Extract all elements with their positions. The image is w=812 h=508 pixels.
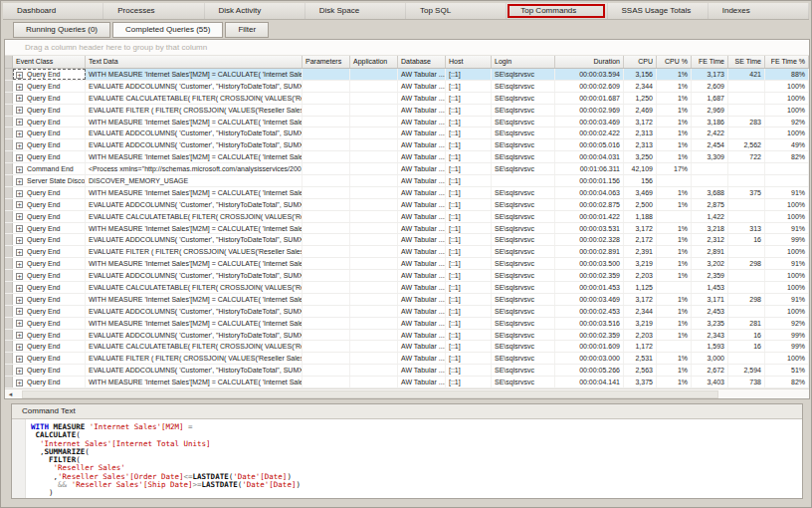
- duration-cell[interactable]: 00:01:06.311: [555, 163, 624, 174]
- cpu-cell[interactable]: 1%: [657, 330, 692, 341]
- parameters-cell[interactable]: [303, 69, 350, 80]
- subtab-filter[interactable]: Filter: [225, 22, 269, 38]
- fe-time-cell[interactable]: 2,891: [692, 246, 728, 257]
- application-cell[interactable]: [350, 318, 398, 329]
- application-cell[interactable]: [350, 377, 398, 387]
- table-row[interactable]: +Query EndEVALUATE ADDCOLUMNS( 'Customer…: [5, 127, 809, 139]
- se-time-cell[interactable]: [728, 175, 765, 186]
- fe-time-cell[interactable]: 2,672: [692, 365, 728, 376]
- application-cell[interactable]: [350, 353, 398, 364]
- cpu-cell[interactable]: 1%: [657, 139, 692, 150]
- cpu-cell[interactable]: 2,500: [624, 199, 657, 210]
- fe-time-cell[interactable]: 100%: [765, 93, 809, 104]
- table-row[interactable]: +Query EndEVALUATE ADDCOLUMNS( 'Customer…: [5, 81, 809, 93]
- table-row[interactable]: +Query EndWITH MEASURE 'Internet Sales'[…: [5, 69, 809, 81]
- cpu-cell[interactable]: [657, 282, 692, 293]
- se-time-cell[interactable]: 421: [728, 69, 765, 80]
- parameters-cell[interactable]: [303, 105, 350, 116]
- fe-time-cell[interactable]: 100%: [765, 282, 809, 293]
- text-data-cell[interactable]: WITH MEASURE 'Internet Sales'[M2M] = CAL…: [86, 377, 303, 387]
- host-cell[interactable]: [::1]: [446, 105, 492, 116]
- application-cell[interactable]: [350, 282, 398, 293]
- cpu-cell[interactable]: 1%: [657, 294, 692, 305]
- duration-cell[interactable]: 00:00:02.891: [555, 246, 624, 257]
- expand-icon[interactable]: +: [16, 213, 23, 220]
- se-time-cell[interactable]: [728, 282, 765, 293]
- text-data-cell[interactable]: EVALUATE ADDCOLUMNS( 'Customer', "Histor…: [86, 234, 303, 245]
- duration-cell[interactable]: 00:00:03.594: [555, 69, 624, 80]
- expand-icon[interactable]: +: [16, 225, 23, 232]
- column-header-se-time[interactable]: SE Time: [728, 56, 765, 68]
- cpu-cell[interactable]: 2,313: [624, 127, 657, 138]
- table-row[interactable]: +Query EndEVALUATE ADDCOLUMNS( 'Customer…: [5, 365, 809, 377]
- host-cell[interactable]: [::1]: [446, 353, 492, 364]
- fe-time-cell[interactable]: [765, 163, 809, 174]
- tab-disk-activity[interactable]: Disk Activity: [205, 3, 305, 19]
- application-cell[interactable]: [350, 199, 398, 210]
- duration-cell[interactable]: 00:00:03.500: [555, 258, 624, 269]
- fe-time-cell[interactable]: 100%: [765, 127, 809, 138]
- text-data-cell[interactable]: WITH MEASURE 'Internet Sales'[M2M] = CAL…: [86, 258, 303, 269]
- se-time-cell[interactable]: [728, 353, 765, 364]
- event-class-cell[interactable]: +Query End: [13, 258, 86, 269]
- host-cell[interactable]: [::1]: [446, 139, 492, 150]
- fe-time-cell[interactable]: 3,202: [692, 258, 728, 269]
- cpu-cell[interactable]: 1,172: [624, 341, 657, 352]
- cpu-cell[interactable]: 1%: [657, 199, 692, 210]
- event-class-cell[interactable]: +Query End: [13, 270, 86, 281]
- cpu-cell[interactable]: 1,188: [624, 211, 657, 222]
- cpu-cell[interactable]: 1%: [657, 270, 692, 281]
- event-class-cell[interactable]: +Server State Discov...: [13, 175, 86, 186]
- database-cell[interactable]: AW Tabular ....: [398, 246, 446, 257]
- column-header-cpu[interactable]: CPU: [624, 56, 657, 68]
- text-data-cell[interactable]: <Process xmlns="http://schemas.microsoft…: [86, 163, 303, 174]
- duration-cell[interactable]: 00:00:01.156: [555, 175, 624, 186]
- table-row[interactable]: +Query EndWITH MEASURE 'Internet Sales'[…: [5, 187, 809, 199]
- application-cell[interactable]: [350, 117, 398, 127]
- host-cell[interactable]: [::1]: [446, 377, 492, 387]
- database-cell[interactable]: AW Tabular ....: [398, 105, 446, 116]
- login-cell[interactable]: SE\sqlsrvsvc: [492, 258, 555, 269]
- parameters-cell[interactable]: [303, 175, 350, 186]
- expand-icon[interactable]: +: [16, 344, 23, 351]
- expand-icon[interactable]: +: [16, 166, 23, 173]
- se-time-cell[interactable]: 738: [728, 377, 765, 387]
- tab-dashboard[interactable]: Dashboard: [3, 3, 103, 19]
- event-class-cell[interactable]: +Query End: [13, 81, 86, 92]
- expand-icon[interactable]: +: [16, 273, 23, 280]
- database-cell[interactable]: AW Tabular ....: [398, 117, 446, 127]
- expand-icon[interactable]: +: [16, 95, 23, 102]
- database-cell[interactable]: AW Tabular ....: [398, 234, 446, 245]
- event-class-cell[interactable]: +Command End: [13, 163, 86, 174]
- fe-time-cell[interactable]: 2,312: [692, 234, 728, 245]
- database-cell[interactable]: AW Tabular ....: [398, 199, 446, 210]
- column-header-login[interactable]: Login: [492, 56, 555, 68]
- se-time-cell[interactable]: [728, 199, 765, 210]
- fe-time-cell[interactable]: 100%: [765, 81, 809, 92]
- database-cell[interactable]: AW Tabular ....: [398, 175, 446, 186]
- tab-processes[interactable]: Processes: [103, 3, 204, 19]
- login-cell[interactable]: SE\sqlsrvsvc: [492, 127, 555, 138]
- application-cell[interactable]: [350, 93, 398, 104]
- cpu-cell[interactable]: 1%: [657, 69, 692, 80]
- parameters-cell[interactable]: [303, 187, 350, 198]
- parameters-cell[interactable]: [303, 306, 350, 317]
- text-data-cell[interactable]: EVALUATE FILTER ( FILTER( CROSSJOIN( VAL…: [86, 353, 303, 364]
- parameters-cell[interactable]: [303, 117, 350, 127]
- column-header-text-data[interactable]: Text Data: [86, 56, 303, 68]
- table-row[interactable]: +Query EndEVALUATE CALCULATETABLE( FILTE…: [5, 282, 809, 294]
- login-cell[interactable]: SE\sqlsrvsvc: [492, 365, 555, 376]
- table-row[interactable]: +Query EndEVALUATE FILTER ( FILTER( CROS…: [5, 353, 809, 365]
- table-row[interactable]: +Query EndWITH MEASURE 'Internet Sales'[…: [5, 318, 809, 330]
- column-header-duration[interactable]: Duration: [555, 56, 624, 68]
- cpu-cell[interactable]: 2,469: [624, 105, 657, 116]
- application-cell[interactable]: [350, 270, 398, 281]
- database-cell[interactable]: AW Tabular ....: [398, 330, 446, 341]
- fe-time-cell[interactable]: 2,343: [692, 330, 728, 341]
- login-cell[interactable]: SE\sqlsrvsvc: [492, 330, 555, 341]
- host-cell[interactable]: [::1]: [446, 246, 492, 257]
- fe-time-cell[interactable]: 99%: [765, 234, 809, 245]
- database-cell[interactable]: AW Tabular ....: [398, 294, 446, 305]
- se-time-cell[interactable]: [728, 270, 765, 281]
- login-cell[interactable]: SE\sqlsrvsvc: [492, 282, 555, 293]
